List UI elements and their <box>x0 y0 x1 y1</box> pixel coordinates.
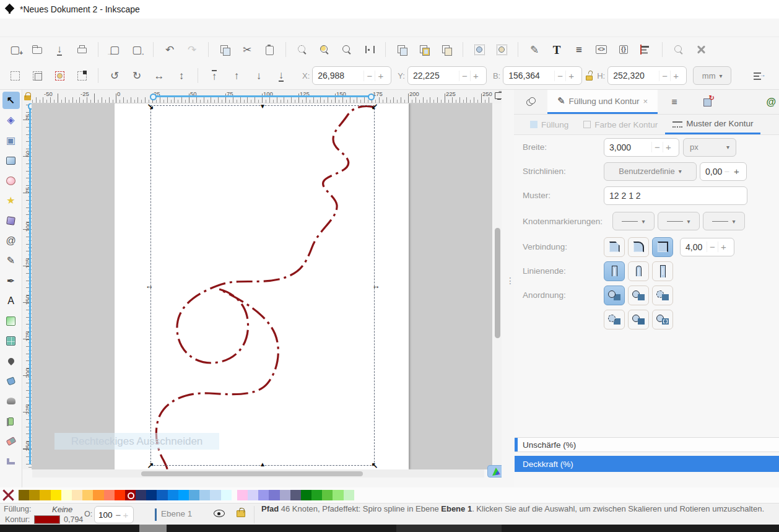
text-dialog-icon[interactable]: T <box>547 40 567 59</box>
width-input[interactable]: 156,364 − + <box>503 66 582 85</box>
lock-dimensions-icon[interactable] <box>585 70 594 81</box>
unit-dropdown[interactable]: mm▾ <box>693 66 731 85</box>
palette-swatch[interactable] <box>199 490 210 500</box>
eraser-tool[interactable] <box>2 433 20 450</box>
object-properties-icon[interactable]: {} <box>614 40 633 59</box>
star-tool[interactable]: ★ <box>2 192 20 209</box>
raise-icon[interactable]: ↑ <box>227 66 246 85</box>
zoom-page-icon[interactable] <box>337 40 357 59</box>
palette-swatch[interactable] <box>258 490 269 500</box>
open-document-icon[interactable] <box>27 40 47 59</box>
zoom-center-page-icon[interactable] <box>359 40 379 59</box>
width-plus[interactable]: + <box>565 71 577 81</box>
height-input[interactable]: 252,320 − + <box>607 66 687 85</box>
shape-builder-tool[interactable]: ▣ <box>2 132 20 149</box>
palette-swatch[interactable] <box>61 490 72 500</box>
stroke-width-minus[interactable]: − <box>651 142 663 152</box>
spiral-tool[interactable]: @ <box>2 232 20 250</box>
subtab-fill[interactable]: Füllung <box>523 115 576 134</box>
ellipse-tool[interactable] <box>2 172 20 190</box>
group-icon[interactable] <box>469 40 489 59</box>
palette-swatch[interactable] <box>280 490 290 500</box>
lower-icon[interactable]: ↓ <box>249 66 269 85</box>
deselect-icon[interactable] <box>50 66 69 85</box>
path-effects-dialog-icon[interactable]: @ <box>763 90 779 114</box>
flip-vertical-icon[interactable]: ↕ <box>172 66 191 85</box>
pencil-tool[interactable]: ✎ <box>2 252 20 269</box>
palette-swatch[interactable] <box>136 490 146 500</box>
y-plus[interactable]: + <box>470 71 481 81</box>
scale-handle-bottom-right[interactable]: ↖ <box>372 461 378 469</box>
palette-swatch[interactable] <box>189 490 199 500</box>
fill-stroke-dialog-icon[interactable]: ✎ <box>524 40 544 59</box>
miter-minus[interactable]: − <box>707 242 718 252</box>
mesh-gradient-tool[interactable] <box>2 333 20 350</box>
stroke-width-plus[interactable]: + <box>663 142 674 152</box>
palette-swatch[interactable] <box>19 490 29 500</box>
palette-swatch[interactable] <box>301 490 311 500</box>
join-bevel-button[interactable] <box>604 237 625 257</box>
palette-swatch[interactable] <box>104 490 115 500</box>
rotate-ccw-icon[interactable]: ↺ <box>105 66 124 85</box>
join-miter-button[interactable] <box>652 237 673 257</box>
close-tab-icon[interactable]: × <box>643 97 648 106</box>
cap-butt-button[interactable] <box>604 261 625 281</box>
find-icon[interactable] <box>669 40 689 59</box>
order-stroke-markers-fill-button[interactable] <box>628 310 649 329</box>
vertical-ruler[interactable]: 255075100125150175200225250 <box>23 103 32 469</box>
palette-swatch[interactable] <box>29 490 40 500</box>
import-icon[interactable]: ▢→ <box>105 40 124 59</box>
transform-dialog-icon[interactable] <box>691 90 725 114</box>
horizontal-scrollbar-thumb[interactable] <box>141 471 363 476</box>
layers-dialog-icon[interactable]: ≡ <box>569 40 589 59</box>
selection-box-icon[interactable] <box>72 66 92 85</box>
dash-pattern-dropdown[interactable]: Benutzerdefinie▾ <box>604 162 697 181</box>
palette-swatch[interactable] <box>344 490 354 500</box>
paste-icon[interactable] <box>259 40 279 59</box>
cut-icon[interactable]: ✂ <box>237 40 257 59</box>
objects-dialog-icon[interactable] <box>514 90 547 114</box>
box3d-tool[interactable] <box>2 212 20 229</box>
tab-fill-and-stroke[interactable]: ✎ Füllung und Kontur × <box>547 90 658 114</box>
print-icon[interactable] <box>72 40 92 59</box>
palette-swatch[interactable] <box>322 490 333 500</box>
node-tool[interactable]: ◈ <box>2 111 20 129</box>
order-fill-markers-stroke-button[interactable] <box>628 286 649 305</box>
flip-horizontal-icon[interactable]: ↔ <box>149 66 169 85</box>
opacity-input[interactable]: 100 − + <box>94 506 134 523</box>
palette-swatch[interactable] <box>146 490 157 500</box>
cap-square-button[interactable] <box>652 261 673 281</box>
scale-handle-right[interactable]: ↔ <box>372 282 380 290</box>
vertical-scrollbar-thumb[interactable] <box>495 228 500 338</box>
order-stroke-fill-markers-button[interactable] <box>652 286 673 305</box>
lower-to-bottom-icon[interactable]: ↓ <box>271 66 291 85</box>
stroke-width-input[interactable]: 3,000 − + <box>604 138 679 157</box>
undo-icon[interactable]: ↶ <box>160 40 180 59</box>
rectangle-tool[interactable] <box>2 152 20 169</box>
marker-end-dropdown[interactable]: ▾ <box>703 212 745 230</box>
dash-offset-minus[interactable]: − <box>722 166 731 177</box>
select-all-layers-icon[interactable] <box>27 66 47 85</box>
selector-tool[interactable]: ↖ <box>2 92 20 109</box>
new-document-icon[interactable]: ▢+ <box>5 40 25 59</box>
palette-swatch[interactable] <box>40 490 50 500</box>
align-dialog-icon[interactable] <box>636 40 656 59</box>
dash-offset-input[interactable]: 0,00 − + <box>700 162 747 181</box>
marker-start-dropdown[interactable]: ▾ <box>612 212 655 230</box>
zoom-drawing-icon[interactable] <box>315 40 334 59</box>
ungroup-icon[interactable] <box>492 40 511 59</box>
current-layer-selector[interactable]: Ebene 1 <box>161 509 192 518</box>
scale-handle-top-right[interactable]: ↙ <box>372 103 378 110</box>
palette-swatch[interactable] <box>178 490 189 500</box>
text-tool[interactable]: A <box>2 292 20 310</box>
toolbar-options-icon[interactable] <box>749 66 768 85</box>
export-icon[interactable]: ▢→ <box>127 40 147 59</box>
spray-tool[interactable] <box>2 412 20 430</box>
opacity-plus[interactable]: + <box>122 510 129 520</box>
paint-bucket-tool[interactable] <box>2 372 20 390</box>
calligraphy-tool[interactable]: ✒ <box>2 273 20 290</box>
raise-to-top-icon[interactable]: ↑ <box>204 66 224 85</box>
miter-limit-input[interactable]: 4,00 − + <box>680 238 734 256</box>
scale-handle-left[interactable]: ↔ <box>146 282 154 290</box>
layer-lock-icon[interactable] <box>237 508 244 517</box>
